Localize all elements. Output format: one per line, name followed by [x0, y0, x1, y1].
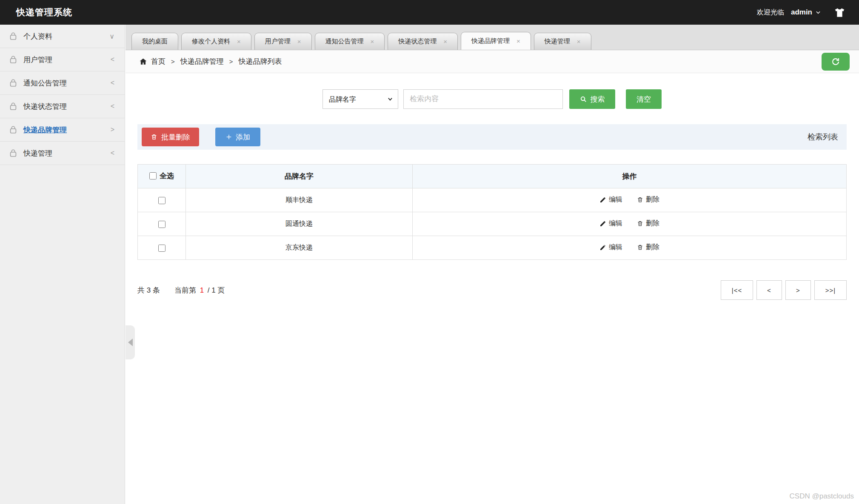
breadcrumb-current: 快递品牌列表 [239, 57, 282, 66]
delete-label: 删除 [646, 219, 659, 228]
close-icon[interactable]: × [443, 38, 447, 45]
table-row: 顺丰快递 编辑 删除 [138, 188, 847, 212]
edit-action[interactable]: 编辑 [599, 243, 622, 252]
row-checkbox[interactable] [158, 245, 166, 252]
select-all-checkbox[interactable] [149, 172, 157, 179]
breadcrumb-home[interactable]: 首页 [151, 57, 166, 66]
search-button[interactable]: 搜索 [569, 89, 615, 109]
bag-icon [9, 125, 18, 134]
pencil-icon [599, 196, 606, 203]
refresh-icon [831, 57, 840, 66]
sidebar-item-users[interactable]: 用户管理 < [0, 48, 125, 71]
bag-icon [9, 55, 18, 64]
username-text: admin [791, 8, 812, 17]
row-checkbox[interactable] [158, 197, 166, 204]
sidebar-item-notices[interactable]: 通知公告管理 < [0, 71, 125, 95]
user-menu[interactable]: admin [791, 8, 821, 17]
trash-icon [637, 244, 643, 251]
trash-icon [637, 196, 643, 203]
pager-buttons: |<< < > >>| [721, 280, 847, 300]
plus-icon [225, 134, 232, 140]
search-button-label: 搜索 [591, 94, 605, 104]
close-icon[interactable]: × [297, 38, 301, 45]
bag-icon [9, 148, 18, 158]
delete-label: 删除 [646, 195, 659, 204]
add-button[interactable]: 添加 [215, 128, 260, 146]
home-icon [139, 57, 147, 65]
edit-label: 编辑 [609, 243, 622, 252]
brand-name-cell: 京东快递 [186, 236, 413, 260]
sidebar-item-profile[interactable]: 个人资料 ∨ [0, 25, 125, 48]
refresh-button[interactable] [822, 53, 850, 71]
breadcrumb-separator: > [229, 58, 233, 65]
edit-label: 编辑 [609, 195, 622, 204]
chevron-down-icon [815, 9, 821, 15]
first-page-button[interactable]: |<< [721, 280, 753, 300]
sidebar-collapse-handle[interactable] [126, 325, 135, 359]
pencil-icon [599, 244, 606, 251]
bag-icon [9, 31, 18, 41]
search-field-select[interactable]: 品牌名字 [322, 89, 398, 109]
tab-express-brand[interactable]: 快递品牌管理 × [461, 32, 531, 50]
delete-action[interactable]: 删除 [637, 243, 659, 252]
edit-action[interactable]: 编辑 [599, 219, 622, 228]
tab-label: 快递品牌管理 [471, 37, 510, 45]
last-page-button[interactable]: >>| [814, 280, 847, 300]
batch-delete-button[interactable]: 批量删除 [142, 128, 199, 146]
sidebar-item-label: 个人资料 [23, 31, 52, 41]
tab-edit-profile[interactable]: 修改个人资料 × [181, 33, 251, 50]
bag-icon [9, 78, 18, 88]
row-checkbox[interactable] [158, 221, 166, 228]
tshirt-icon[interactable] [834, 7, 845, 18]
sidebar-item-express[interactable]: 快递管理 < [0, 142, 125, 165]
table-header-row: 全选 品牌名字 操作 [138, 165, 847, 188]
tab-express-status[interactable]: 快递状态管理 × [388, 33, 458, 50]
tab-user-management[interactable]: 用户管理 × [254, 33, 312, 50]
prev-page-button[interactable]: < [756, 280, 782, 300]
select-all-header: 全选 [138, 165, 186, 188]
current-page-suffix: / 1 页 [208, 286, 225, 294]
edit-action[interactable]: 编辑 [599, 195, 622, 204]
actions-column-header: 操作 [413, 165, 847, 188]
chevron-icon: < [111, 79, 114, 87]
sidebar-item-express-status[interactable]: 快递状态管理 < [0, 95, 125, 118]
tab-notice-management[interactable]: 通知公告管理 × [315, 33, 385, 50]
tab-label: 用户管理 [265, 37, 291, 46]
delete-label: 删除 [646, 243, 659, 252]
chevron-icon: ∨ [109, 32, 114, 40]
clear-button[interactable]: 清空 [626, 89, 662, 109]
sidebar-item-label: 用户管理 [23, 55, 52, 65]
close-icon[interactable]: × [237, 38, 241, 45]
trash-icon [637, 220, 643, 227]
chevron-icon: > [111, 126, 114, 134]
brand-table: 全选 品牌名字 操作 顺丰快递 编辑 [137, 164, 847, 260]
next-page-button[interactable]: > [785, 280, 811, 300]
sidebar-item-label: 快递管理 [23, 148, 52, 158]
search-icon [580, 96, 587, 103]
user-area: 欢迎光临 admin [757, 7, 845, 18]
select-all-label: 全选 [160, 171, 174, 181]
tab-label: 我的桌面 [142, 37, 168, 46]
search-row: 品牌名字 搜索 清空 [137, 89, 847, 109]
close-icon[interactable]: × [371, 38, 374, 45]
content: 品牌名字 搜索 清空 批量删除 添加 [126, 89, 859, 300]
chevron-icon: < [111, 103, 114, 110]
delete-action[interactable]: 删除 [637, 219, 659, 228]
breadcrumb: 首页 > 快递品牌管理 > 快递品牌列表 [126, 50, 859, 73]
delete-action[interactable]: 删除 [637, 195, 659, 204]
search-input[interactable] [403, 89, 563, 109]
total-count-text: 共 3 条 [137, 285, 160, 295]
triangle-left-icon [128, 339, 133, 346]
close-icon[interactable]: × [577, 38, 581, 45]
sidebar-item-label: 通知公告管理 [23, 78, 67, 88]
app-title: 快递管理系统 [16, 6, 72, 18]
close-icon[interactable]: × [517, 38, 520, 44]
chevron-icon: < [111, 56, 114, 63]
tab-express-management[interactable]: 快递管理 × [534, 33, 591, 50]
tab-my-desktop[interactable]: 我的桌面 [131, 33, 178, 50]
tab-label: 快递管理 [545, 37, 570, 46]
clear-button-label: 清空 [636, 94, 651, 104]
current-page-number: 1 [200, 286, 204, 294]
sidebar-item-express-brand[interactable]: 快递品牌管理 > [0, 118, 125, 142]
breadcrumb-section[interactable]: 快递品牌管理 [180, 57, 224, 66]
